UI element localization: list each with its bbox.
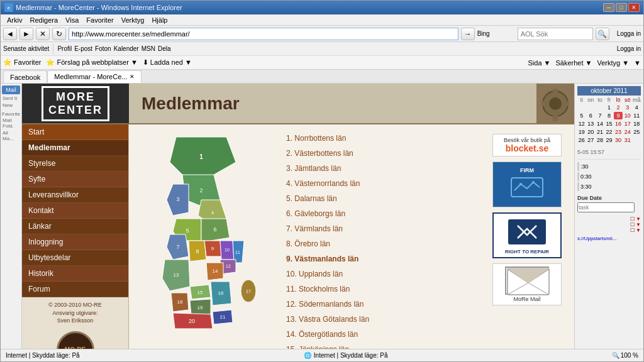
menu-tools[interactable]: Verktyg <box>118 16 148 24</box>
county-link-4[interactable]: 4. Västernorrlands län <box>286 179 360 188</box>
cal-day[interactable]: 18 <box>632 120 641 128</box>
extra-button[interactable]: ▼ <box>634 59 641 67</box>
cal-day[interactable]: 27 <box>587 136 596 144</box>
logga-in[interactable]: Logga in <box>617 45 641 52</box>
toolbar-epost[interactable]: E-post <box>74 45 92 52</box>
go-button[interactable]: → <box>461 28 475 40</box>
toolbar-profil[interactable]: Profil <box>57 45 72 52</box>
cal-day[interactable] <box>587 104 596 111</box>
close-button[interactable]: ✕ <box>628 3 640 12</box>
nav-lankar[interactable]: Länkar <box>22 219 128 234</box>
toolbar-dela[interactable]: Dela <box>158 45 171 52</box>
search-button[interactable]: 🔍 <box>596 28 609 40</box>
county-link-2[interactable]: 2. Västerbottens län <box>286 149 353 158</box>
ad-firm[interactable]: FIRM <box>492 162 562 207</box>
refresh-button[interactable]: ↻ <box>52 28 66 40</box>
maximize-button[interactable]: □ <box>616 3 627 12</box>
county-link-9[interactable]: 9. Västmanlands län <box>286 255 358 263</box>
cal-day[interactable] <box>596 104 604 111</box>
cal-day[interactable] <box>632 136 641 144</box>
back-button[interactable]: ◄ <box>3 28 17 40</box>
cal-day[interactable]: 25 <box>632 128 641 136</box>
menu-help[interactable]: Hjälp <box>148 16 171 24</box>
cal-day[interactable]: 11 <box>632 112 641 119</box>
tab-close-button[interactable]: ✕ <box>130 74 135 80</box>
nav-medlemmar[interactable]: Medlemmar <box>22 140 128 156</box>
task-checkbox-2[interactable]: ☐ <box>630 222 635 228</box>
toolbar-msn[interactable]: MSN <box>142 45 155 52</box>
cal-day[interactable]: 29 <box>605 136 614 144</box>
nav-leverans[interactable]: Leveransvillkor <box>22 187 128 203</box>
county-link-1[interactable]: 1. Norrbottens län <box>286 134 346 143</box>
cal-day-today[interactable]: 9 <box>614 112 623 119</box>
sakerhet-button[interactable]: Säkerhet ▼ <box>555 59 592 67</box>
ad-repair[interactable]: RIGHT TO REPAIR <box>492 212 562 258</box>
task-checkbox-1[interactable]: ☐ <box>630 216 635 222</box>
cal-day[interactable]: 30 <box>614 136 623 144</box>
tab-facebook[interactable]: Facebook <box>3 70 47 83</box>
cal-day[interactable]: 2 <box>614 104 623 111</box>
startups-link[interactable]: s://Uppstartsmö... <box>577 236 641 241</box>
sida-button[interactable]: Sida ▼ <box>528 59 551 67</box>
cal-day[interactable]: 6 <box>587 112 596 119</box>
stop-button[interactable]: ✕ <box>36 28 50 40</box>
cal-day[interactable]: 1 <box>605 104 614 111</box>
cal-day[interactable]: 31 <box>623 136 632 144</box>
search-input[interactable] <box>518 28 593 40</box>
county-link-11[interactable]: 11. Stockholms län <box>286 285 350 293</box>
mail-button[interactable]: Mail <box>2 85 20 94</box>
download-item[interactable]: ⬇ Ladda ned ▼ <box>143 58 192 67</box>
nav-utbytes[interactable]: Utbytesdelar <box>22 250 128 266</box>
task-input[interactable] <box>577 202 635 212</box>
cal-day[interactable]: 8 <box>605 112 614 119</box>
menu-view[interactable]: Visa <box>62 16 82 24</box>
nav-styrelse[interactable]: Styrelse <box>22 156 128 172</box>
cal-day[interactable]: 14 <box>596 120 604 128</box>
cal-day[interactable]: 16 <box>614 120 623 128</box>
menu-favorites[interactable]: Favoriter <box>82 16 117 24</box>
tab-morecenter[interactable]: Medlemmar - MoreCe... ✕ <box>47 70 142 83</box>
cal-day[interactable]: 17 <box>623 120 632 128</box>
cal-day[interactable]: 12 <box>577 120 586 128</box>
cal-day[interactable]: 20 <box>587 128 596 136</box>
county-link-10[interactable]: 10. Upplands län <box>286 270 343 278</box>
minimize-button[interactable]: ─ <box>603 3 614 12</box>
cal-day[interactable]: 24 <box>623 128 632 136</box>
county-link-5[interactable]: 5. Dalarnas län <box>286 194 337 203</box>
suggestions-item[interactable]: ⭐ Förslag på webbplatser ▼ <box>46 58 137 67</box>
cal-day[interactable]: 19 <box>577 128 586 136</box>
menu-edit[interactable]: Redigera <box>26 16 62 24</box>
zoom-control[interactable]: 🔍 100 % <box>612 352 638 359</box>
verktyg-button[interactable]: Verktyg ▼ <box>597 59 629 67</box>
toolbar-foton[interactable]: Foton <box>95 45 111 52</box>
ad-mail[interactable]: MoRe Mail <box>492 263 562 305</box>
cal-day[interactable]: 10 <box>623 112 632 119</box>
nav-forum[interactable]: Forum <box>22 282 128 297</box>
county-link-12[interactable]: 12. Södermanlands län <box>286 300 364 309</box>
logga-in-button[interactable]: Logga in <box>617 30 641 37</box>
nav-historik[interactable]: Historik <box>22 266 128 282</box>
task-checkbox-3[interactable]: ☐ <box>630 228 635 233</box>
county-link-14[interactable]: 14. Östergötlands län <box>286 330 358 339</box>
nav-start[interactable]: Start <box>22 124 128 140</box>
ad-blocket[interactable]: Besök vår butik på blocket.se <box>492 134 562 156</box>
cal-day[interactable]: 23 <box>614 128 623 136</box>
cal-day[interactable]: 7 <box>596 112 604 119</box>
forward-button[interactable]: ► <box>19 28 33 40</box>
cal-day[interactable]: 4 <box>632 104 641 111</box>
county-link-7[interactable]: 7. Värmlands län <box>286 224 343 233</box>
cal-day[interactable]: 28 <box>596 136 604 144</box>
nav-inloggning[interactable]: Inloggning <box>22 234 128 250</box>
cal-day[interactable]: 3 <box>623 104 632 111</box>
menu-file[interactable]: Arkiv <box>3 16 26 24</box>
address-input[interactable] <box>69 28 458 40</box>
cal-day[interactable] <box>577 104 586 111</box>
cal-day[interactable]: 15 <box>605 120 614 128</box>
county-link-6[interactable]: 6. Gävleborgs län <box>286 209 345 218</box>
cal-day[interactable]: 5 <box>577 112 586 119</box>
county-link-8[interactable]: 8. Örebro län <box>286 239 330 248</box>
cal-day[interactable]: 26 <box>577 136 586 144</box>
nav-syfte[interactable]: Syfte <box>22 172 128 187</box>
cal-day[interactable]: 22 <box>605 128 614 136</box>
cal-day[interactable]: 21 <box>596 128 604 136</box>
